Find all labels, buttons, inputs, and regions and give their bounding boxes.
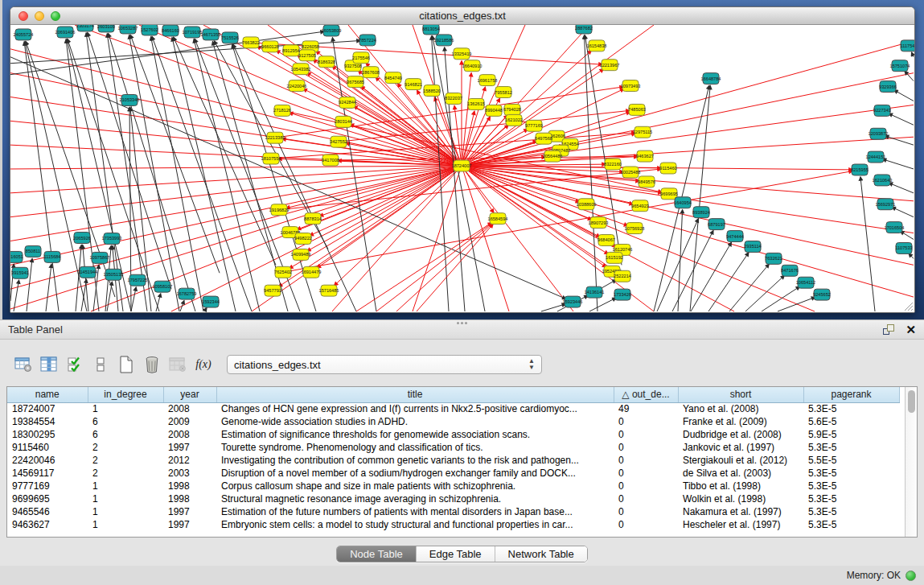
network-node[interactable]: 15716485 [319,285,339,296]
network-node[interactable]: 2935114 [744,241,761,252]
table-cell[interactable]: Corpus callosum shape and size in male p… [216,480,614,492]
network-node[interactable]: 9684067 [598,235,615,246]
network-node[interactable]: 3675685 [347,76,364,88]
network-node[interactable]: 12213383 [265,132,285,143]
network-node[interactable]: 9660128 [261,41,279,52]
network-node[interactable]: 850811 [25,245,41,257]
table-cell[interactable]: 5.3E-5 [803,402,899,415]
table-cell[interactable]: 49 [614,402,678,415]
network-node[interactable]: 7625402 [274,266,292,278]
network-node[interactable]: 17353993 [102,233,122,245]
table-cell[interactable]: 9463627 [7,518,88,531]
table-cell[interactable]: 1 [88,505,163,518]
table-cell[interactable]: 14569117 [7,467,88,480]
table-cell[interactable]: 5.9E-5 [803,428,899,441]
table-cell[interactable]: 0 [614,441,678,454]
network-node[interactable]: 1115684 [44,251,61,262]
float-window-icon[interactable] [883,324,894,335]
network-node[interactable]: 1621022 [505,114,523,126]
network-node[interactable]: 8454749 [384,72,402,84]
network-canvas[interactable]: 1872400782260589127505818632810543382932… [10,25,914,312]
table-cell[interactable]: Estimation of the future numbers of pati… [216,505,614,518]
table-source-select[interactable]: citations_edges.txt ▲▼ [227,355,542,374]
network-node[interactable]: 7857224 [359,35,376,46]
network-node[interactable]: 16053809 [322,25,342,36]
table-cell[interactable]: Embryonic stem cells: a model to study s… [216,518,614,531]
column-header-in_degree[interactable]: in_degree [88,387,163,402]
table-cell[interactable]: 0 [614,415,678,428]
network-node[interactable]: 9498222 [294,233,312,245]
table-cell[interactable]: 5.3E-5 [803,505,899,518]
network-node[interactable]: 9146821 [405,79,422,90]
network-node[interactable]: 8990448 [485,105,503,116]
table-cell[interactable]: 0 [614,467,678,480]
network-node[interactable]: 2887682 [575,25,593,34]
table-cell[interactable]: Structural magnetic resonance image aver… [216,492,614,505]
table-cell[interactable]: Investigating the contribution of common… [216,454,614,467]
table-cell[interactable]: Tibbo et al. (1998) [678,480,803,492]
network-node[interactable]: 10719195 [183,27,203,38]
network-node[interactable]: 21053346 [120,95,140,106]
network-node[interactable]: 8938924 [692,207,710,218]
table-cell[interactable]: 5.6E-5 [803,415,899,428]
network-node[interactable]: 16640910 [462,60,483,72]
network-node[interactable]: 7663822 [242,37,260,48]
network-node[interactable]: 10653287 [118,25,138,34]
table-cell[interactable]: 2 [88,454,163,467]
table-cell[interactable]: 2003 [163,467,216,480]
network-node[interactable]: 12975115 [633,126,652,138]
column-header-short[interactable]: short [678,387,803,402]
network-node[interactable]: 2867608 [362,67,380,78]
network-node[interactable]: 7955812 [495,87,512,98]
network-node[interactable]: 3427552 [330,136,347,147]
table-cell[interactable]: 1997 [163,505,216,518]
column-header-out_de[interactable]: △ out_de... [614,387,678,402]
table-cell[interactable]: Jankovic et al. (1997) [678,441,803,454]
network-node[interactable]: 2175546 [352,52,370,64]
table-cell[interactable]: 6 [88,415,163,428]
column-header-title[interactable]: title [216,387,614,402]
table-cell[interactable]: 1997 [163,441,216,454]
network-node[interactable]: 24055724 [14,29,34,40]
table-settings-icon[interactable] [13,354,34,375]
network-node[interactable]: 14099489 [291,249,311,260]
network-node[interactable]: 1733426 [614,289,631,300]
table-cell[interactable]: Nakamura et al. (1997) [678,505,803,518]
network-node[interactable]: 2065926 [73,233,91,244]
network-node[interactable]: 18907293 [589,217,609,229]
table-row[interactable]: 1872400712008Changes of HCN gene express… [7,402,899,415]
network-node[interactable]: 19218586 [434,35,454,46]
table-cell[interactable]: 1 [88,402,163,415]
table-cell[interactable]: 0 [614,518,678,531]
network-node[interactable]: 9474444 [726,231,744,242]
table-cell[interactable]: 1998 [163,480,216,492]
network-node[interactable]: 2603109 [97,25,115,32]
table-cell[interactable]: 22420046 [7,454,88,467]
network-node[interactable]: 12093872 [869,128,889,139]
zoom-window-button[interactable] [51,11,60,21]
table-cell[interactable]: 5.3E-5 [803,518,899,531]
table-row[interactable]: 1830029562008Estimation of significance … [7,428,899,441]
network-node[interactable]: 1107533 [895,242,912,253]
network-node[interactable]: 9654923 [631,200,649,212]
canvas-resize-grip-icon[interactable] [905,303,913,311]
table-row[interactable]: 946554611997Estimation of the future num… [7,505,899,518]
network-node[interactable]: 18724007 [452,160,472,171]
network-node[interactable]: 22420046 [287,80,307,92]
network-node[interactable]: 10025488 [621,167,641,178]
table-cell[interactable]: Changes of HCN gene expression and I(f) … [216,402,614,415]
network-node[interactable]: 7515526 [221,32,239,43]
network-node[interactable]: 10388609 [577,199,597,210]
function-builder-icon[interactable]: f(x) [193,354,214,375]
select-columns-icon[interactable] [39,354,60,375]
network-node[interactable]: 12444151 [866,151,886,163]
table-cell[interactable]: 9699695 [7,492,88,505]
tab-network-table[interactable]: Network Table [495,546,587,562]
network-node[interactable]: 9417008 [322,154,339,166]
network-node[interactable]: 10543382 [291,64,311,75]
network-node[interactable]: 8878314 [304,213,322,225]
table-cell[interactable]: 0 [614,492,678,505]
network-node[interactable]: 16648784 [701,73,721,84]
network-node[interactable]: 1640954 [674,197,692,208]
network-node[interactable]: 15923446 [563,296,583,307]
